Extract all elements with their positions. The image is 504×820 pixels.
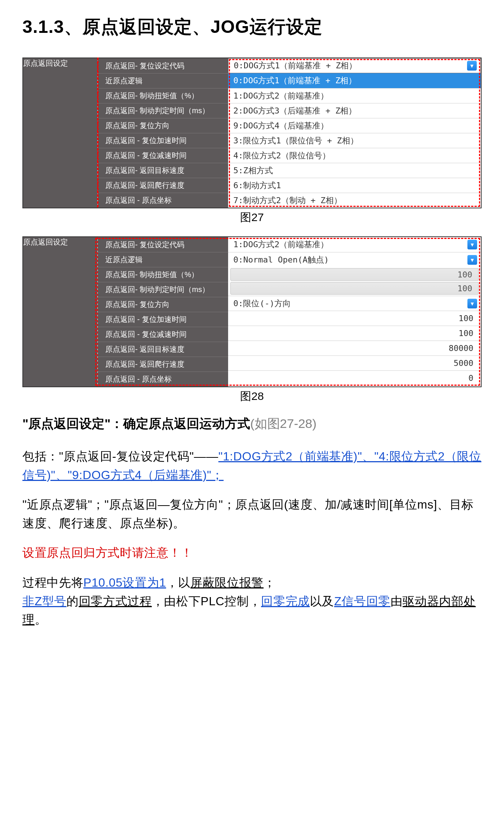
dropdown-option[interactable]: 5:Z相方式 xyxy=(228,163,481,178)
numeric-input[interactable]: 100 xyxy=(228,326,481,341)
numeric-input[interactable]: 80000 xyxy=(228,341,481,355)
settings-table-28: 原点返回设定 原点返回- 复位设定代码近原点逻辑原点返回- 制动扭矩值（%）原点… xyxy=(22,236,482,387)
paragraph-3: 过程中先将P10.05设置为1，以屏蔽限位报警； 非Z型号的回零方式过程，由松下… xyxy=(22,574,482,629)
chevron-down-icon[interactable]: ▼ xyxy=(467,255,477,265)
param-label: 原点返回 - 复位加速时间 xyxy=(98,133,228,148)
link-non-z[interactable]: 非Z型号 xyxy=(22,594,66,608)
readonly-value: 100 xyxy=(230,268,479,281)
dropdown-selected-value[interactable]: 0:DOG方式1（前端基准 + Z相） ▼ xyxy=(228,58,481,73)
text-span: 由 xyxy=(391,594,403,608)
param-label: 近原点逻辑 xyxy=(98,73,228,88)
numeric-input[interactable]: 0 xyxy=(228,370,481,385)
group-label: 原点返回设定 xyxy=(23,59,68,67)
dropdown-value-text: 0:Normal Open(A触点) xyxy=(233,254,329,265)
dropdown-option[interactable]: 6:制动方式1 xyxy=(228,178,481,193)
param-label: 原点返回- 复位方向 xyxy=(98,118,228,133)
link-p1005[interactable]: P10.05设置为1 xyxy=(83,576,166,589)
numeric-input[interactable]: 100 xyxy=(228,311,481,326)
figure-caption: 图27 xyxy=(22,210,482,225)
group-label-cell: 原点返回设定 xyxy=(23,237,97,387)
param-label: 原点返回- 返回目标速度 xyxy=(98,163,228,178)
param-label: 原点返回- 复位设定代码 xyxy=(98,58,228,73)
text-span: ，由松下PLC控制， xyxy=(152,594,261,608)
dropdown-selected-text: 0:DOG方式1（前端基准 + Z相） xyxy=(234,60,357,71)
param-label: 原点返回 - 原点坐标 xyxy=(98,193,228,208)
numeric-input[interactable]: 5000 xyxy=(228,355,481,370)
link-return-done[interactable]: 回零完成 xyxy=(261,594,310,608)
link-z-signal[interactable]: Z信号回零 xyxy=(334,594,391,608)
group-label: 原点返回设定 xyxy=(23,238,68,246)
param-label: 原点返回 - 复位减速时间 xyxy=(98,148,228,163)
paragraph-1: 包括："原点返回-复位设定代码"——"1:DOG方式2（前端基准)"、"4:限位… xyxy=(22,447,482,484)
dropdown-option[interactable]: 0:DOG方式1（前端基准 + Z相） xyxy=(228,73,481,88)
text-span: 。 xyxy=(35,613,47,626)
param-label: 近原点逻辑 xyxy=(98,252,228,267)
param-label: 原点返回- 复位方向 xyxy=(98,297,228,312)
readonly-value: 100 xyxy=(230,282,479,295)
text-span: 以及 xyxy=(310,594,334,608)
dropdown-value-text: 0:限位(-)方向 xyxy=(233,298,291,309)
param-label: 原点返回- 制动判定时间（ms） xyxy=(98,103,228,118)
dropdown-option[interactable]: 2:DOG方式3（后端基准 + Z相） xyxy=(228,103,481,118)
param-label: 原点返回 - 复位减速时间 xyxy=(98,327,228,342)
dropdown-field[interactable]: 0:限位(-)方向▼ xyxy=(228,296,481,311)
values-col: 1:DOG方式2（前端基准）▼0:Normal Open(A触点)▼100100… xyxy=(228,237,481,387)
subhead-note: (如图27-28) xyxy=(250,416,317,431)
dropdown-field[interactable]: 0:Normal Open(A触点)▼ xyxy=(228,252,481,267)
dropdown-option[interactable]: 4:限位方式2（限位信号） xyxy=(228,148,481,163)
underline-text: 回零方式过程 xyxy=(79,594,152,608)
underline-text: 屏蔽限位报警 xyxy=(190,576,264,589)
dropdown-field[interactable]: 1:DOG方式2（前端基准）▼ xyxy=(228,237,481,252)
param-label: 原点返回- 制动扭矩值（%） xyxy=(98,267,228,282)
subheading: "原点返回设定"：确定原点返回运动方式(如图27-28) xyxy=(22,415,482,432)
param-label: 原点返回- 返回爬行速度 xyxy=(98,178,228,193)
param-label: 原点返回- 复位设定代码 xyxy=(98,237,228,252)
dropdown-option[interactable]: 1:DOG方式2（前端基准） xyxy=(228,88,481,103)
figure-28: 原点返回设定 原点返回- 复位设定代码近原点逻辑原点返回- 制动扭矩值（%）原点… xyxy=(22,236,482,404)
page-title: 3.1.3、原点返回设定、JOG运行设定 xyxy=(22,15,482,39)
chevron-down-icon[interactable]: ▼ xyxy=(467,240,477,249)
dropdown-option[interactable]: 3:限位方式1（限位信号 + Z相） xyxy=(228,133,481,148)
values-col: 0:DOG方式1（前端基准 + Z相） ▼ 0:DOG方式1（前端基准 + Z相… xyxy=(228,58,481,208)
text-span: 过程中先将 xyxy=(22,576,83,589)
param-label: 原点返回- 返回爬行速度 xyxy=(98,357,228,372)
param-labels-col: 原点返回- 复位设定代码近原点逻辑原点返回- 制动扭矩值（%）原点返回- 制动判… xyxy=(97,237,228,387)
paragraph-2: "近原点逻辑"；"原点返回—复位方向"；原点返回(速度、加/减速时间[单位ms]… xyxy=(22,496,482,532)
text-span: ； xyxy=(264,576,276,589)
figure-27: 原点返回设定 原点返回- 复位设定代码近原点逻辑原点返回- 制动扭矩值（%）原点… xyxy=(22,58,482,225)
param-labels-col: 原点返回- 复位设定代码近原点逻辑原点返回- 制动扭矩值（%）原点返回- 制动判… xyxy=(97,58,228,208)
dropdown-option[interactable]: 7:制动方式2（制动 + Z相） xyxy=(228,193,481,208)
group-label-cell: 原点返回设定 xyxy=(23,58,97,208)
param-label: 原点返回- 制动判定时间（ms） xyxy=(98,282,228,297)
figure-caption: 图28 xyxy=(22,389,482,404)
param-label: 原点返回- 制动扭矩值（%） xyxy=(98,88,228,103)
warning-text: 设置原点回归方式时请注意！！ xyxy=(22,544,482,562)
text-span: 包括："原点返回-复位设定代码"—— xyxy=(22,450,218,463)
dropdown-option[interactable]: 9:DOG方式4（后端基准） xyxy=(228,118,481,133)
param-label: 原点返回 - 复位加速时间 xyxy=(98,312,228,327)
param-label: 原点返回- 返回目标速度 xyxy=(98,342,228,357)
text-span: ，以 xyxy=(166,576,190,589)
settings-table-27: 原点返回设定 原点返回- 复位设定代码近原点逻辑原点返回- 制动扭矩值（%）原点… xyxy=(22,58,482,208)
param-label: 原点返回 - 原点坐标 xyxy=(98,372,228,386)
dropdown-value-text: 1:DOG方式2（前端基准） xyxy=(233,239,329,250)
chevron-down-icon[interactable]: ▼ xyxy=(467,299,477,308)
chevron-down-icon[interactable]: ▼ xyxy=(467,61,477,71)
text-span: 的 xyxy=(66,594,79,608)
subhead-bold: "原点返回设定"：确定原点返回运动方式 xyxy=(22,416,250,431)
